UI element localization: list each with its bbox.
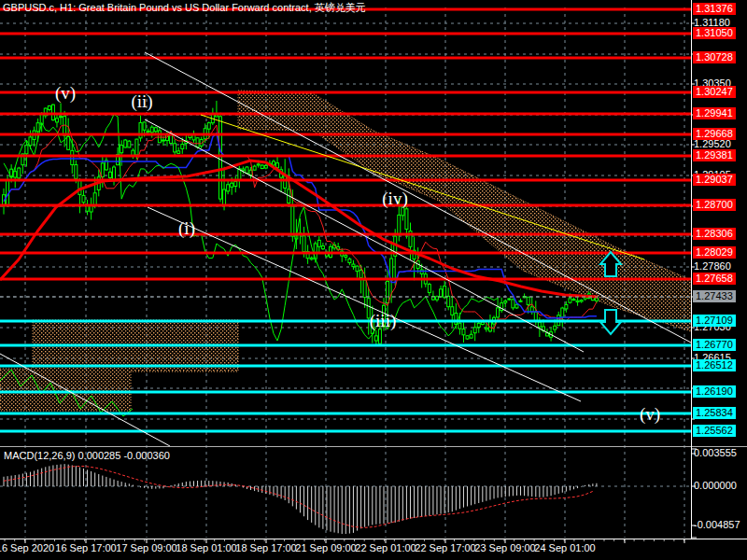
time-label: 24 Sep 01:00 bbox=[534, 542, 595, 553]
support-price-label: 1.26190 bbox=[693, 385, 736, 398]
support-price-label: 1.25562 bbox=[693, 425, 736, 437]
chart-title: GBPUSD.c, H1: Great Britain Pound vs US … bbox=[3, 2, 366, 14]
resistance-price-label: 1.27658 bbox=[693, 273, 736, 285]
resistance-price-label: 1.31050 bbox=[693, 27, 736, 39]
support-price-label: 1.26770 bbox=[693, 339, 736, 351]
wave-label[interactable]: (iv) bbox=[382, 189, 407, 209]
price-axis[interactable] bbox=[691, 0, 747, 539]
time-label: 18 Sep 17:00 bbox=[235, 542, 296, 553]
support-price-label: 1.27109 bbox=[693, 315, 736, 327]
resistance-price-label: 1.29381 bbox=[693, 149, 736, 161]
arrow-down-icon[interactable] bbox=[600, 310, 621, 334]
price-chart[interactable]: (v)(ii)(i)(iv)(iii)(v) bbox=[0, 0, 747, 560]
current-price-label: 1.27433 bbox=[693, 290, 736, 302]
resistance-price-label: 1.28029 bbox=[693, 246, 736, 259]
time-label: 22 Sep 01:00 bbox=[355, 542, 416, 553]
wave-label[interactable]: (iii) bbox=[370, 311, 397, 331]
resistance-price-label: 1.28306 bbox=[693, 228, 736, 240]
time-label: 18 Sep 01:00 bbox=[176, 542, 236, 553]
macd-pane-layer bbox=[4, 464, 597, 534]
macd-indicator-label: MACD(12,26,9) 0.000285 -0.000360 bbox=[4, 450, 170, 462]
time-label: 16 Sep 2020 bbox=[0, 542, 54, 553]
wave-label[interactable]: (v) bbox=[55, 83, 76, 104]
time-label: 17 Sep 09:00 bbox=[116, 542, 176, 553]
support-price-label: 1.25834 bbox=[693, 407, 736, 419]
time-label: 23 Sep 09:00 bbox=[474, 542, 535, 553]
trendline-white[interactable] bbox=[145, 52, 691, 343]
resistance-price-label: 1.30247 bbox=[693, 86, 736, 98]
resistance-price-label: 1.31376 bbox=[693, 3, 736, 15]
resistance-price-label: 1.29037 bbox=[693, 174, 736, 186]
chart-window: (v)(ii)(i)(iv)(iii)(v) GBPUSD.c, H1: Gre… bbox=[0, 0, 747, 560]
chikou-span-line bbox=[4, 114, 498, 341]
wave-label[interactable]: (ii) bbox=[131, 91, 152, 112]
time-label: 21 Sep 09:00 bbox=[295, 542, 356, 553]
resistance-price-label: 1.30728 bbox=[693, 51, 736, 63]
wave-label[interactable]: (i) bbox=[178, 218, 195, 239]
resistance-price-label: 1.28700 bbox=[693, 199, 736, 211]
support-price-label: 1.26512 bbox=[693, 359, 736, 371]
time-label: 22 Sep 17:00 bbox=[415, 542, 475, 553]
resistance-price-label: 1.29668 bbox=[693, 128, 736, 140]
time-label: 16 Sep 17:00 bbox=[55, 542, 116, 553]
ichimoku-cloud bbox=[238, 91, 691, 331]
resistance-price-label: 1.29941 bbox=[693, 107, 736, 119]
trendline-yellow[interactable] bbox=[201, 115, 644, 259]
wave-label[interactable]: (v) bbox=[640, 404, 660, 425]
